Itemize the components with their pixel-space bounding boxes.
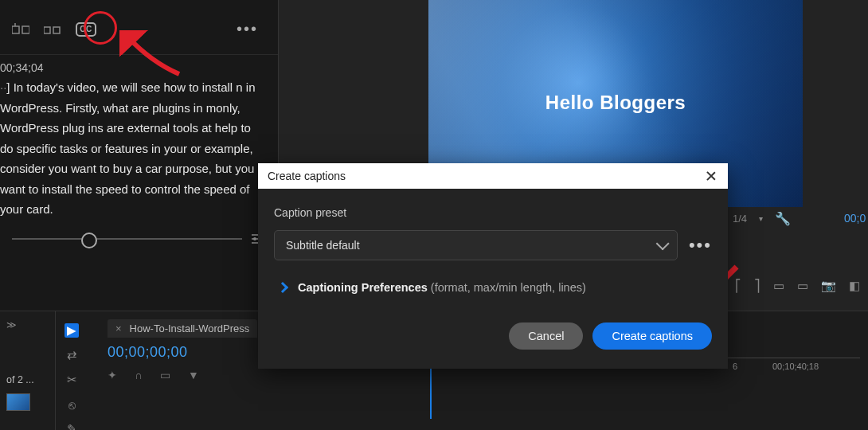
linked-selection-icon[interactable]: ∩ xyxy=(135,369,143,381)
selection-tool-icon[interactable]: ▶ xyxy=(65,323,79,338)
transcript-toolbar: CC ••• xyxy=(0,0,278,55)
transcript-panel: CC ••• 00;34;04 ··] In today's video, we… xyxy=(0,0,279,311)
export-frame-icon[interactable]: 📷 xyxy=(821,279,836,293)
svg-rect-0 xyxy=(12,26,19,33)
ruler-tick-2: 00;10;40;18 xyxy=(772,362,819,371)
chevron-down-icon xyxy=(656,236,670,250)
monitor-button-row: ⎡ ⎤ ▭ ▭ 📷 ◧ xyxy=(727,276,868,296)
preset-selected-value: Subtitle default xyxy=(286,239,360,252)
wrench-icon[interactable]: 🔧 xyxy=(775,211,791,226)
dialog-header: Create captions xyxy=(258,163,728,189)
prefs-title: Captioning Preferences xyxy=(298,281,428,294)
ruler-tick-1: 6 xyxy=(733,362,737,371)
timeline-tools: ▶ ⇄ ✂ ⎋ ✎ xyxy=(56,315,88,430)
svg-rect-3 xyxy=(44,27,50,33)
pen-icon[interactable]: ✎ xyxy=(65,422,79,430)
transcript-body-text: ] In today's video, we will see how to i… xyxy=(0,80,256,216)
snap-icon[interactable]: ✦ xyxy=(108,369,117,381)
captioning-preferences-row[interactable]: Captioning Preferences (format, max/min … xyxy=(274,281,712,294)
transcript-timecode: 00;34;04 xyxy=(0,55,273,77)
collapse-icon[interactable]: ≫ xyxy=(6,319,49,330)
zoom-level[interactable]: 1/4 xyxy=(733,213,747,225)
razor-icon[interactable]: ⎋ xyxy=(65,397,79,412)
add-marker-icon[interactable]: ▼ xyxy=(188,369,199,381)
create-captions-button[interactable]: Create captions xyxy=(592,322,712,350)
prefs-hint: (format, max/min length, lines) xyxy=(431,281,586,294)
mark-out-icon[interactable]: ⎤ xyxy=(754,279,760,293)
ripple-edit-icon[interactable]: ✂ xyxy=(65,373,79,387)
dialog-actions: Cancel Create captions xyxy=(274,322,712,350)
mark-in-icon[interactable]: ⎡ xyxy=(735,279,741,293)
cancel-button[interactable]: Cancel xyxy=(509,322,583,350)
monitor-timecode: 00;0 xyxy=(844,212,866,225)
close-icon[interactable] xyxy=(704,169,718,183)
svg-rect-4 xyxy=(53,27,60,33)
svg-point-9 xyxy=(253,237,256,240)
sequence-tab[interactable]: × How-To-Install-WordPress xyxy=(108,319,257,338)
compare-icon[interactable]: ◧ xyxy=(849,279,860,293)
dialog-title: Create captions xyxy=(268,170,346,182)
more-options-icon[interactable]: ••• xyxy=(237,20,258,38)
close-tab-icon[interactable]: × xyxy=(115,322,122,334)
item-count: of 2 ... xyxy=(6,374,49,385)
project-bin: ≫ of 2 ... xyxy=(0,311,56,430)
insert-icon[interactable]: ▭ xyxy=(773,279,784,293)
caption-split-icon[interactable] xyxy=(44,22,61,37)
track-select-icon[interactable]: ⇄ xyxy=(65,348,79,362)
monitor-zoom-controls: 1/4 ▾ 🔧 xyxy=(733,211,791,226)
cc-button[interactable]: CC xyxy=(76,22,96,37)
zoom-slider[interactable] xyxy=(12,238,242,240)
preview-title-text: Hello Bloggers xyxy=(428,92,803,114)
svg-rect-1 xyxy=(22,26,29,33)
clip-thumbnail[interactable] xyxy=(6,393,30,411)
zoom-slider-row xyxy=(0,220,278,246)
create-captions-dialog: Create captions Caption preset Subtitle … xyxy=(258,163,728,369)
preset-more-icon[interactable]: ••• xyxy=(689,235,712,256)
transcript-text[interactable]: ··] In today's video, we will see how to… xyxy=(0,77,273,220)
add-caption-icon[interactable] xyxy=(12,22,29,37)
sequence-name: How-To-Install-WordPress xyxy=(130,322,250,334)
caption-preset-label: Caption preset xyxy=(274,206,712,219)
caption-preset-select[interactable]: Subtitle default xyxy=(274,230,678,260)
marker-icon[interactable]: ▭ xyxy=(160,369,170,381)
zoom-dropdown-icon[interactable]: ▾ xyxy=(759,214,763,223)
dialog-body: Caption preset Subtitle default ••• Capt… xyxy=(258,189,728,369)
overwrite-icon[interactable]: ▭ xyxy=(797,279,808,293)
chevron-right-icon xyxy=(277,282,288,293)
